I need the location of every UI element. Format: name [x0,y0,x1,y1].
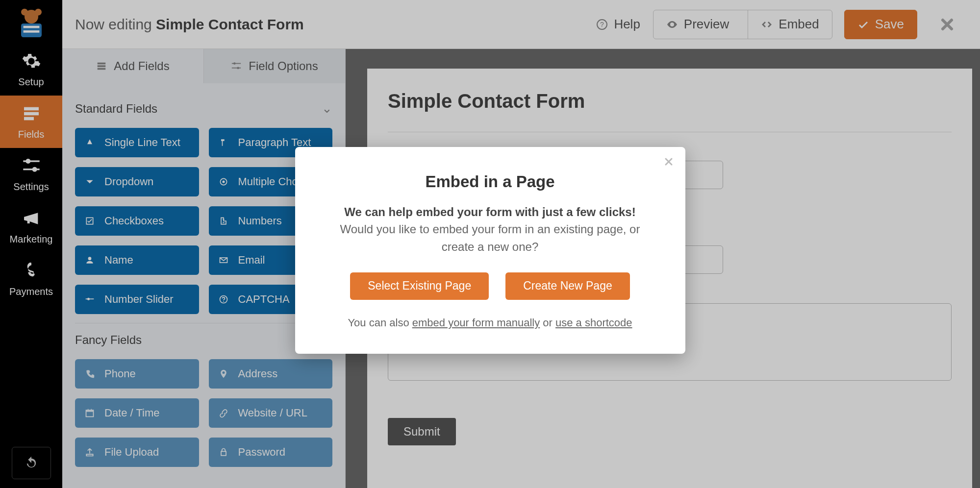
modal-title: Embed in a Page [325,172,656,191]
select-existing-page-button[interactable]: Select Existing Page [350,272,489,300]
modal-footer: You can also embed your form manually or… [325,317,656,329]
modal-lead: We can help embed your form with just a … [325,204,656,220]
modal-subtext: Would you like to embed your form in an … [325,220,656,256]
embed-manually-link[interactable]: embed your form manually [412,317,540,329]
use-shortcode-link[interactable]: use a shortcode [555,317,632,329]
modal-close-button[interactable] [663,156,675,168]
embed-modal: Embed in a Page We can help embed your f… [295,147,685,354]
create-new-page-button[interactable]: Create New Page [505,272,630,300]
modal-overlay[interactable]: Embed in a Page We can help embed your f… [0,0,980,488]
